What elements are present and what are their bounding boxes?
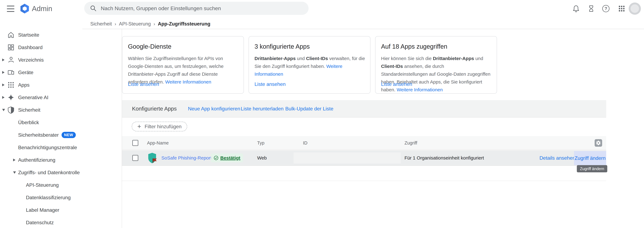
sidebar-item-label: Startseite xyxy=(18,32,39,38)
sidebar-item-label: Datenschutz xyxy=(26,220,54,225)
chevron-down-icon[interactable] xyxy=(2,109,5,111)
breadcrumb: Sicherheit › API-Steuerung › App-Zugriff… xyxy=(90,21,210,27)
sidebar-item-api-steuerung[interactable]: API-Steuerung xyxy=(0,179,122,191)
configure-new-app-button[interactable]: Neue App konfigurieren xyxy=(188,100,240,117)
admin-logo-icon[interactable] xyxy=(20,4,30,14)
menu-icon[interactable] xyxy=(7,6,14,12)
chevron-down-icon[interactable] xyxy=(13,171,16,174)
admin-console-page: Admin Nach Nutzern, Gruppen oder Einstel… xyxy=(0,0,644,228)
column-header-id[interactable]: ID xyxy=(303,136,308,150)
dashboard-icon xyxy=(7,44,15,51)
home-icon xyxy=(7,31,15,39)
sidebar-item-benachrichtigungszentrale[interactable]: Benachrichtigungszentrale xyxy=(0,141,122,154)
view-list-link[interactable]: Liste ansehen xyxy=(128,81,159,87)
sidebar-item-authentifizierung[interactable]: Authentifizierung xyxy=(0,154,122,166)
sidebar-item-label: Apps xyxy=(18,82,30,88)
avatar[interactable] xyxy=(629,3,641,15)
table-section-title: Konfigurierte Apps xyxy=(132,100,177,117)
chevron-right-icon[interactable] xyxy=(2,71,4,74)
column-header-typ[interactable]: Typ xyxy=(257,136,264,150)
notifications-bell-icon[interactable] xyxy=(572,5,580,12)
breadcrumb-item-current: App-Zugriffssteuerung xyxy=(158,21,210,27)
settings-gear-icon[interactable] xyxy=(595,139,602,147)
download-list-button[interactable]: Liste herunterladen xyxy=(241,100,284,117)
table-toolbar: Konfigurierte Apps Neue App konfiguriere… xyxy=(122,100,606,118)
card-title: Auf 18 Apps zugegriffen xyxy=(381,43,447,50)
column-header-app-name[interactable]: App-Name xyxy=(147,136,169,150)
person-icon xyxy=(7,56,15,64)
sidebar-item-label: Authentifizierung xyxy=(18,157,55,163)
app-id-redacted-cell xyxy=(294,152,401,164)
learn-more-link[interactable]: Weitere Informationen xyxy=(165,79,212,84)
help-icon[interactable]: ? xyxy=(602,5,610,12)
sidebar-item-generative-ai[interactable]: Generative AI xyxy=(0,91,122,104)
sidebar-item-label: Generative AI xyxy=(18,95,48,100)
table-row[interactable]: SoSafe Phishing-Reporting Bestätigt Web … xyxy=(122,150,606,166)
search-input[interactable]: Nach Nutzern, Gruppen oder Einstellungen… xyxy=(84,2,308,15)
apps-grid-icon[interactable] xyxy=(618,5,625,12)
row-checkbox[interactable] xyxy=(132,155,138,161)
sidebar-item-label: Sicherheitsberater xyxy=(18,132,59,138)
sidebar-item-verzeichnis[interactable]: Verzeichnis xyxy=(0,54,122,66)
add-filter-button[interactable]: + Filter hinzufügen xyxy=(132,122,187,131)
status-badge[interactable]: Bestätigt xyxy=(211,154,243,162)
select-all-checkbox[interactable] xyxy=(132,140,138,146)
sidebar-item-dashboard[interactable]: Dashboard xyxy=(0,41,122,54)
sidebar-item-label-manager[interactable]: Label Manager xyxy=(0,204,122,216)
view-list-link[interactable]: Liste ansehen xyxy=(381,81,412,87)
view-list-link[interactable]: Liste ansehen xyxy=(254,81,286,87)
sidebar-item-startseite[interactable]: Startseite xyxy=(0,29,122,41)
check-circle-icon xyxy=(214,156,218,160)
search-placeholder: Nach Nutzern, Gruppen oder Einstellungen… xyxy=(101,5,221,12)
body-text: und xyxy=(296,56,306,61)
change-access-tooltip: Zugriff ändern xyxy=(577,165,607,172)
app-name-link[interactable]: SoSafe Phishing-Reporting xyxy=(162,150,218,165)
sidebar-item-apps[interactable]: Apps xyxy=(0,79,122,91)
chevron-right-icon[interactable] xyxy=(2,59,4,61)
sidebar-item-sicherheit[interactable]: Sicherheit xyxy=(0,104,122,116)
chevron-right-icon[interactable] xyxy=(13,159,16,161)
search-icon xyxy=(90,5,97,12)
product-title: Admin xyxy=(32,4,52,13)
view-details-button[interactable]: Details ansehen xyxy=(540,150,575,165)
table-header-row: App-Name Typ ID Zugriff xyxy=(122,136,606,150)
body-text: Drittanbieter-Apps xyxy=(433,56,474,61)
sidebar-item-label: Datenklassifizierung xyxy=(26,195,70,200)
card-body: Drittanbieter-Apps und Client-IDs verwal… xyxy=(254,55,365,78)
sparkle-icon xyxy=(7,94,15,101)
sidebar-item-label: Sicherheit xyxy=(18,107,40,113)
sidebar-item-überblick[interactable]: Überblick xyxy=(0,116,122,129)
card-zugegriffene-apps: Auf 18 Apps zugegriffen Hier können Sie … xyxy=(375,36,497,94)
chevron-right-icon[interactable] xyxy=(2,96,4,99)
card-title: Google-Dienste xyxy=(128,43,172,50)
sidebar-item-datenschutz[interactable]: Datenschutz xyxy=(0,216,122,228)
sidebar-item-label: Überblick xyxy=(18,120,39,125)
breadcrumb-item-sicherheit[interactable]: Sicherheit xyxy=(90,21,112,27)
column-header-zugriff[interactable]: Zugriff xyxy=(404,136,417,150)
body-text: Client-IDs xyxy=(306,56,328,61)
body-text: und xyxy=(474,56,483,61)
sidebar-item-label: Dashboard xyxy=(18,45,43,50)
body-text: Hier können Sie sich die xyxy=(381,56,433,61)
breadcrumb-item-api-steuerung[interactable]: API-Steuerung xyxy=(119,21,151,27)
sidebar-item-zugriffs-und-datenkontrolle[interactable]: Zugriffs- und Datenkontrolle xyxy=(0,166,122,179)
bulk-update-list-button[interactable]: Bulk-Update der Liste xyxy=(285,100,334,117)
sidebar-nav: StartseiteDashboardVerzeichnisGeräteApps… xyxy=(0,29,122,228)
app-type-cell: Web xyxy=(257,150,267,165)
configured-apps-table: Konfigurierte Apps Neue App konfiguriere… xyxy=(122,100,606,181)
body-text: Client-IDs xyxy=(381,64,403,69)
learn-more-link[interactable]: Weitere Informationen xyxy=(397,87,443,92)
sidebar-item-label: Geräte xyxy=(18,70,34,75)
table-bottom-border xyxy=(122,181,606,181)
sidebar-item-sicherheitsberater[interactable]: SicherheitsberaterNEW xyxy=(0,129,122,141)
new-badge: NEW xyxy=(62,132,76,138)
chevron-right-icon[interactable] xyxy=(2,84,4,86)
card-body: Wählen Sie Zugriffseinstellungen für API… xyxy=(128,55,238,86)
sidebar-item-geräte[interactable]: Geräte xyxy=(0,66,122,79)
apps-grid-icon xyxy=(7,81,15,89)
body-text: Drittanbieter-Apps xyxy=(254,56,296,61)
change-access-button[interactable]: Zugriff ändern xyxy=(574,151,606,165)
sidebar-item-datenklassifizierung[interactable]: Datenklassifizierung xyxy=(0,191,122,204)
sidebar-item-label: Benachrichtigungszentrale xyxy=(18,145,77,150)
tasks-hourglass-icon[interactable] xyxy=(588,5,595,12)
